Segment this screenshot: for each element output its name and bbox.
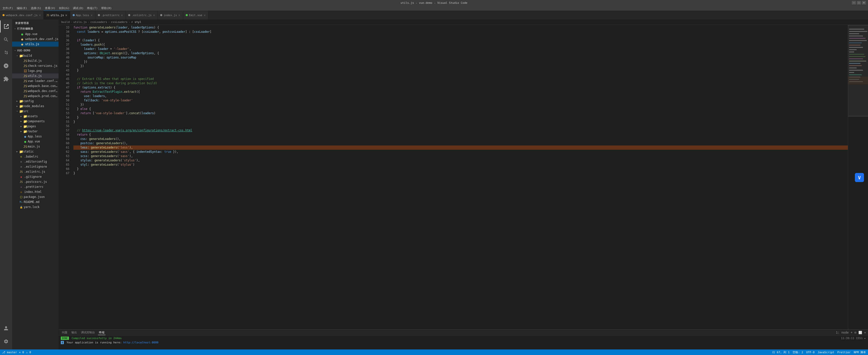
- file-package-json[interactable]: {} package.json: [12, 194, 59, 199]
- project-root-header[interactable]: ▾ VUE-DEMO: [12, 47, 59, 53]
- menu-edit[interactable]: 编辑(E): [15, 6, 29, 10]
- tab-close-icon[interactable]: ×: [121, 13, 123, 17]
- settings-icon[interactable]: [0, 335, 12, 348]
- folder-build[interactable]: ▾ 📁 build: [12, 53, 59, 58]
- tab-prettierrc[interactable]: .prettierrc ×: [95, 10, 126, 20]
- terminal-url[interactable]: http://localhost:8080: [123, 341, 158, 344]
- close-button[interactable]: ✕: [862, 1, 866, 4]
- tab-output[interactable]: 输出: [70, 330, 78, 335]
- code-editor[interactable]: function generateLoaders(loader, loaderO…: [71, 25, 848, 329]
- file-build-js[interactable]: JS build.js: [12, 58, 59, 63]
- folder-router[interactable]: ▶ 📁 router: [12, 129, 59, 134]
- folder-label: components: [27, 120, 45, 123]
- extensions-icon[interactable]: [0, 73, 12, 85]
- status-errors[interactable]: ✕ 0: [19, 351, 24, 354]
- tab-close-icon[interactable]: ×: [65, 13, 67, 17]
- tab-eslintrc[interactable]: .eslintrc.js ×: [126, 10, 158, 20]
- tab-emit-vue[interactable]: Emit.vue ×: [183, 10, 209, 20]
- status-branch[interactable]: ⎇ master: [2, 351, 17, 354]
- status-warnings[interactable]: ⚠ 0: [26, 351, 31, 354]
- explorer-icon[interactable]: [0, 21, 12, 33]
- file-yarn-lock[interactable]: 🔒 yarn.lock: [12, 204, 59, 209]
- terminal-maximize-icon[interactable]: ⬜: [859, 331, 862, 334]
- terminal-selector[interactable]: 1: node: [836, 331, 849, 334]
- open-editor-utils[interactable]: ● utils.js: [12, 42, 59, 46]
- file-eslintrc[interactable]: JS .eslintrc.js: [12, 169, 59, 174]
- breadcrumb-css-loaders2[interactable]: cssLoaders: [111, 21, 127, 24]
- maximize-button[interactable]: □: [857, 1, 861, 4]
- file-babelrc[interactable]: ⚙ .babelrc: [12, 154, 59, 159]
- file-webpack-base[interactable]: JS webpack.base.conf.js: [12, 84, 59, 89]
- file-label: .eslintignore: [24, 165, 47, 168]
- file-prettierrc[interactable]: ✦ .prettierrc: [12, 184, 59, 189]
- status-encoding[interactable]: UTF-8: [806, 351, 814, 354]
- breadcrumb-css-loaders[interactable]: cssLoaders: [90, 21, 107, 24]
- file-vue-loader[interactable]: JS vue-loader.conf.js: [12, 78, 59, 84]
- debug-icon[interactable]: [0, 60, 12, 72]
- status-position[interactable]: 行 67, 列 1: [772, 351, 789, 354]
- folder-icon: 📁: [23, 125, 27, 128]
- breadcrumb-styl[interactable]: ⚡ styl: [131, 21, 141, 24]
- menu-terminal[interactable]: 终端(T): [86, 6, 99, 10]
- folder-components[interactable]: ▶ 📁 components: [12, 119, 59, 124]
- file-utils-js[interactable]: JS utils.js: [12, 73, 59, 78]
- file-postcssrc[interactable]: JS .postcssrc.js: [12, 179, 59, 184]
- folder-assets[interactable]: ▶ 📁 assets: [12, 114, 59, 119]
- menu-view[interactable]: 查看(V): [43, 6, 57, 10]
- file-index-html[interactable]: ◇ index.html: [12, 189, 59, 194]
- file-gitignore[interactable]: ◆ .gitignore: [12, 174, 59, 179]
- tab-close-icon[interactable]: ×: [153, 13, 155, 17]
- file-app-less[interactable]: ● App.less: [12, 134, 59, 139]
- menu-help[interactable]: 帮助(H): [100, 6, 113, 10]
- file-readme[interactable]: M↓ README.md: [12, 199, 59, 204]
- minimize-button[interactable]: ─: [852, 1, 856, 4]
- file-logo[interactable]: 🖼 logo.png: [12, 68, 59, 73]
- file-webpack-dev[interactable]: JS webpack.dev.conf.js: [12, 89, 59, 94]
- open-editor-app-vue[interactable]: ● App.vue: [12, 32, 59, 37]
- open-editor-webpack[interactable]: ● webpack.dev.conf.js: [12, 37, 59, 42]
- status-npm-scripts[interactable]: NPM 脚本: [854, 351, 866, 354]
- menu-goto[interactable]: 转到(G): [58, 6, 71, 10]
- file-eslintignore[interactable]: ⊘ .eslintignore: [12, 164, 59, 169]
- tab-webpack-dev[interactable]: webpack.dev.conf.js ×: [0, 10, 44, 20]
- account-icon[interactable]: [0, 322, 12, 334]
- status-indent[interactable]: 空格: 2: [793, 351, 803, 354]
- folder-node-modules[interactable]: ▶ 📁 node_modules: [12, 104, 59, 109]
- terminal-content[interactable]: DONE Compiled successfully in 244ms 11:3…: [59, 335, 868, 350]
- file-webpack-prod[interactable]: JS webpack.prod.conf.js: [12, 94, 59, 99]
- file-main-js[interactable]: JS main.js: [12, 144, 59, 149]
- status-prettier[interactable]: Prettier: [837, 351, 851, 354]
- source-control-icon[interactable]: [0, 46, 12, 59]
- open-editor-label: webpack.dev.conf.js: [25, 37, 59, 41]
- tab-terminal[interactable]: 终端: [98, 330, 105, 335]
- window-controls[interactable]: ─ □ ✕: [852, 1, 866, 4]
- terminal-close-icon[interactable]: ✕: [864, 331, 866, 334]
- tab-close-icon[interactable]: ×: [204, 13, 206, 17]
- menu-select[interactable]: 选择(S): [29, 6, 43, 10]
- file-check-versions[interactable]: JS check-versions.js: [12, 63, 59, 68]
- tab-utils[interactable]: JS utils.js ×: [44, 10, 70, 20]
- terminal-split-icon[interactable]: ⊟: [855, 331, 857, 334]
- folder-config[interactable]: ▶ 📁 config: [12, 99, 59, 104]
- tab-debug-console[interactable]: 调试控制台: [80, 330, 96, 335]
- folder-pages[interactable]: ▶ 📁 pages: [12, 124, 59, 129]
- breadcrumb-utils[interactable]: utils.js: [73, 21, 87, 24]
- open-editors-header[interactable]: ▾ 打开的编辑器: [12, 26, 59, 32]
- tab-close-icon[interactable]: ×: [178, 13, 180, 17]
- search-icon[interactable]: [0, 34, 12, 45]
- menu-file[interactable]: 文件(F): [1, 6, 14, 10]
- breadcrumb-build[interactable]: build: [61, 21, 70, 24]
- tab-index-js[interactable]: index.js ×: [158, 10, 183, 20]
- js-icon: JS: [23, 89, 27, 93]
- menu-debug[interactable]: 调试(D): [71, 6, 85, 10]
- status-language[interactable]: JavaScript: [817, 351, 834, 354]
- tab-close-icon[interactable]: ×: [39, 13, 41, 17]
- folder-static[interactable]: ▶ 📁 static: [12, 149, 59, 154]
- file-app-vue[interactable]: ● App.vue: [12, 139, 59, 144]
- folder-src[interactable]: ▾ 📁 src: [12, 109, 59, 114]
- terminal-add-icon[interactable]: +: [850, 331, 852, 334]
- tab-app-less[interactable]: App.less ×: [70, 10, 95, 20]
- file-editorconfig[interactable]: ⚙ .editorconfig: [12, 159, 59, 164]
- tab-problems[interactable]: 问题: [61, 330, 68, 335]
- tab-close-icon[interactable]: ×: [91, 13, 93, 17]
